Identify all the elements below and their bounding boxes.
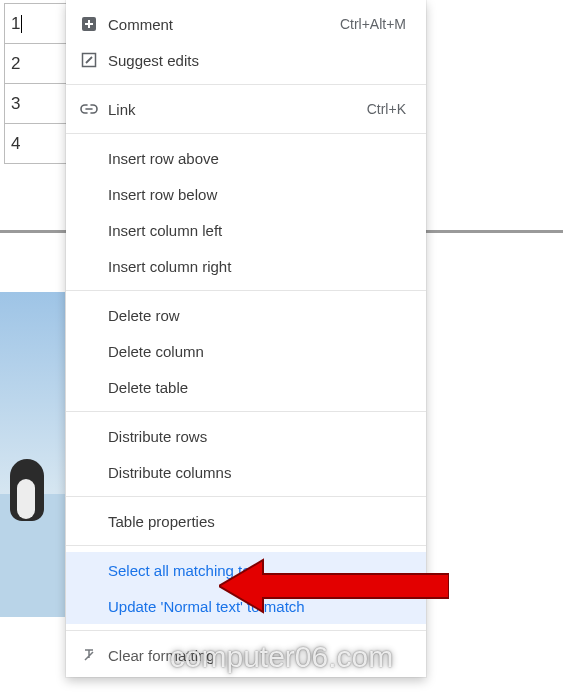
menu-item-update-normal-text[interactable]: Update 'Normal text' to match [66, 588, 426, 624]
table-cell[interactable]: 3 [5, 84, 69, 124]
menu-separator [66, 545, 426, 546]
table-cell[interactable]: 4 [5, 124, 69, 164]
svg-rect-2 [88, 20, 90, 28]
menu-separator [66, 630, 426, 631]
menu-shortcut: Ctrl+K [367, 101, 406, 117]
context-menu: Comment Ctrl+Alt+M Suggest edits Link Ct… [66, 0, 426, 677]
menu-item-delete-column[interactable]: Delete column [66, 333, 426, 369]
document-image[interactable] [0, 292, 65, 617]
menu-item-insert-row-above[interactable]: Insert row above [66, 140, 426, 176]
menu-label: Comment [108, 16, 173, 33]
menu-item-suggest-edits[interactable]: Suggest edits [66, 42, 426, 78]
menu-item-insert-column-left[interactable]: Insert column left [66, 212, 426, 248]
menu-label: Insert row below [108, 186, 217, 203]
menu-item-delete-row[interactable]: Delete row [66, 297, 426, 333]
menu-label: Clear formatting [108, 647, 215, 664]
menu-item-distribute-columns[interactable]: Distribute columns [66, 454, 426, 490]
menu-item-link[interactable]: Link Ctrl+K [66, 91, 426, 127]
menu-label: Delete column [108, 343, 204, 360]
link-icon [80, 100, 98, 118]
menu-item-clear-formatting[interactable]: Clear formatting [66, 637, 426, 673]
menu-item-insert-column-right[interactable]: Insert column right [66, 248, 426, 284]
menu-label: Delete table [108, 379, 188, 396]
table-cell[interactable]: 1 [5, 4, 69, 44]
menu-separator [66, 133, 426, 134]
menu-label: Insert column right [108, 258, 231, 275]
menu-separator [66, 290, 426, 291]
text-caret [21, 15, 22, 33]
menu-label: Insert row above [108, 150, 219, 167]
menu-separator [66, 496, 426, 497]
menu-item-insert-row-below[interactable]: Insert row below [66, 176, 426, 212]
menu-label: Distribute rows [108, 428, 207, 445]
menu-label: Suggest edits [108, 52, 199, 69]
cell-text: 1 [11, 14, 20, 33]
menu-label: Update 'Normal text' to match [108, 598, 305, 615]
menu-item-delete-table[interactable]: Delete table [66, 369, 426, 405]
menu-item-select-all-matching-text[interactable]: Select all matching text [66, 552, 426, 588]
menu-item-distribute-rows[interactable]: Distribute rows [66, 418, 426, 454]
menu-label: Select all matching text [108, 562, 262, 579]
menu-label: Delete row [108, 307, 180, 324]
menu-label: Link [108, 101, 136, 118]
menu-separator [66, 411, 426, 412]
menu-item-table-properties[interactable]: Table properties [66, 503, 426, 539]
menu-separator [66, 84, 426, 85]
menu-label: Table properties [108, 513, 215, 530]
clear-formatting-icon [80, 646, 98, 664]
menu-label: Distribute columns [108, 464, 231, 481]
menu-label: Insert column left [108, 222, 222, 239]
menu-shortcut: Ctrl+Alt+M [340, 16, 406, 32]
comment-icon [80, 15, 98, 33]
table-cell[interactable]: 2 [5, 44, 69, 84]
suggest-edits-icon [80, 51, 98, 69]
menu-item-comment[interactable]: Comment Ctrl+Alt+M [66, 6, 426, 42]
